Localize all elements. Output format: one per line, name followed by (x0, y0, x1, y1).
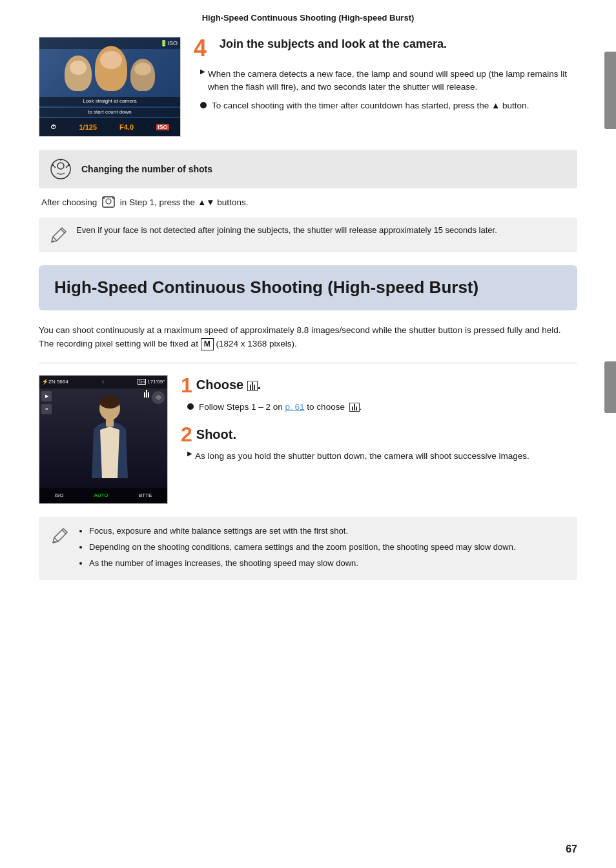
right-tab-top (604, 52, 616, 129)
pencil-icon-2 (49, 526, 70, 547)
circle-bullet-1 (200, 102, 207, 108)
main-description: You can shoot continuously at a maximum … (39, 323, 577, 351)
step2-bullet-text: As long as you hold the shutter button d… (195, 450, 529, 463)
step4-bullet2: To cancel shooting with the timer after … (194, 99, 577, 112)
main-section-title-box: High-Speed Continuous Shooting (High-spe… (39, 265, 577, 310)
note-icon-2 (49, 526, 70, 547)
changing-shots-box: Changing the number of shots (39, 150, 577, 188)
note-icon-1 (48, 225, 68, 246)
main-section-title: High-Speed Continuous Shooting (High-spe… (54, 277, 562, 299)
triangle-icon-1: ▶ (200, 68, 205, 75)
page-header: High-Speed Continuous Shooting (High-spe… (39, 13, 577, 25)
step2-bullet: ▶ As long as you hold the shutter button… (181, 450, 577, 463)
cam-setting-icon: ≡ (41, 404, 52, 414)
bottom-notes-list: Focus, exposure and white balance settin… (77, 525, 516, 572)
camera-image-step4: 🔋 ISO (39, 37, 181, 137)
step4-header: 4 Join the subjects and look at the came… (194, 37, 577, 60)
page-number: 67 (566, 843, 577, 855)
timer-icon (48, 156, 74, 182)
step4-section: 🔋 ISO (39, 37, 577, 137)
step2-header: 2 Shoot. (181, 424, 577, 445)
steps-content: 1 Choose . Follow Steps 1 – 2 on p. 61 t… (181, 375, 577, 504)
person-silhouette-container (59, 392, 161, 487)
note-box-1: Even if your face is not detected after … (39, 217, 577, 252)
burst-icon-inline-2 (349, 403, 360, 412)
step4-bullet1: ▶ When the camera detects a new face, th… (194, 68, 577, 94)
step2-title: Shoot. (196, 427, 236, 442)
face-detect-inline-icon (102, 196, 115, 208)
page-link[interactable]: p. 61 (285, 402, 305, 412)
step4-bullet2-text: To cancel shooting with the timer after … (212, 99, 529, 112)
svg-point-13 (99, 396, 120, 409)
header-title: High-Speed Continuous Shooting (High-spe… (202, 13, 415, 23)
pencil-icon (48, 225, 68, 246)
svg-point-1 (57, 163, 64, 169)
bottom-note-box: Focus, exposure and white balance settin… (39, 517, 577, 580)
changing-shots-title: Changing the number of shots (81, 164, 212, 174)
burst-icon-inline (247, 381, 258, 391)
step2-number: 2 (181, 424, 192, 445)
steps-with-image-section: ⚡ZN 5664 ↕ 1m 171'09" ▶ ≡ ◎ (39, 375, 577, 504)
step4-bullet1-text: When the camera detects a new face, the … (208, 68, 577, 94)
note1-text: Even if your face is not detected after … (76, 224, 497, 237)
step1-bullet-text: Follow Steps 1 – 2 on p. 61 to choose . (199, 401, 362, 414)
svg-rect-14 (106, 419, 114, 427)
svg-line-3 (66, 165, 68, 168)
cam-mode-icon: ▶ (41, 391, 52, 401)
triangle-icon-2: ▶ (187, 450, 192, 457)
bottom-note-3: As the number of images increases, the s… (89, 557, 516, 570)
step2-block: 2 Shoot. ▶ As long as you hold the shutt… (181, 424, 577, 463)
step1-number: 1 (181, 375, 192, 396)
person-silhouette-svg (77, 394, 142, 485)
camera-image-step1: ⚡ZN 5664 ↕ 1m 171'09" ▶ ≡ ◎ (39, 375, 168, 504)
step1-title-text: Choose (196, 378, 243, 392)
timer-svg (49, 157, 72, 181)
svg-point-5 (68, 164, 70, 166)
right-tab-mid (604, 361, 616, 413)
bottom-note-1: Focus, exposure and white balance settin… (89, 525, 516, 538)
bottom-note-2: Depending on the shooting conditions, ca… (89, 541, 516, 554)
m-icon: M (201, 338, 214, 350)
divider (39, 363, 577, 363)
step1-header: 1 Choose . (181, 375, 577, 396)
circle-bullet-step1 (187, 403, 194, 410)
step1-bullet: Follow Steps 1 – 2 on p. 61 to choose . (181, 401, 577, 414)
step4-content: 4 Join the subjects and look at the came… (194, 37, 577, 137)
svg-point-4 (52, 164, 54, 166)
svg-point-9 (106, 199, 111, 204)
step4-title: Join the subjects and look at the camera… (220, 37, 447, 52)
step4-number: 4 (194, 37, 213, 60)
after-choosing-text: After choosing in Step 1, press the ▲▼ b… (39, 196, 577, 210)
page-container: High-Speed Continuous Shooting (High-spe… (0, 0, 616, 868)
step1-block: 1 Choose . Follow Steps 1 – 2 on p. 61 t… (181, 375, 577, 414)
svg-line-2 (53, 165, 56, 168)
step1-title: Choose . (196, 378, 261, 392)
face-icon-inline (102, 196, 115, 210)
